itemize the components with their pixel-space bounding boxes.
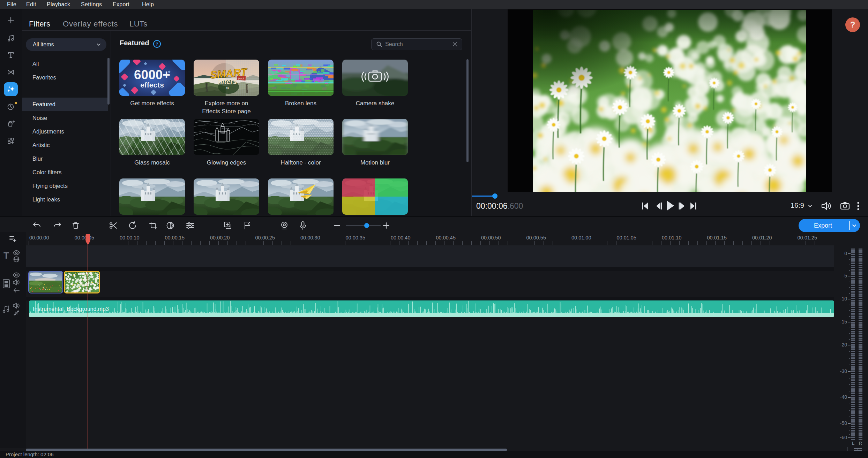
svg-text:effects: effects bbox=[140, 81, 164, 89]
svg-text:6000+: 6000+ bbox=[134, 68, 170, 82]
svg-text:filters: filters bbox=[218, 78, 237, 85]
svg-text:?: ? bbox=[156, 41, 158, 47]
svg-text:»: » bbox=[226, 85, 229, 91]
svg-text:pack: pack bbox=[238, 77, 245, 80]
